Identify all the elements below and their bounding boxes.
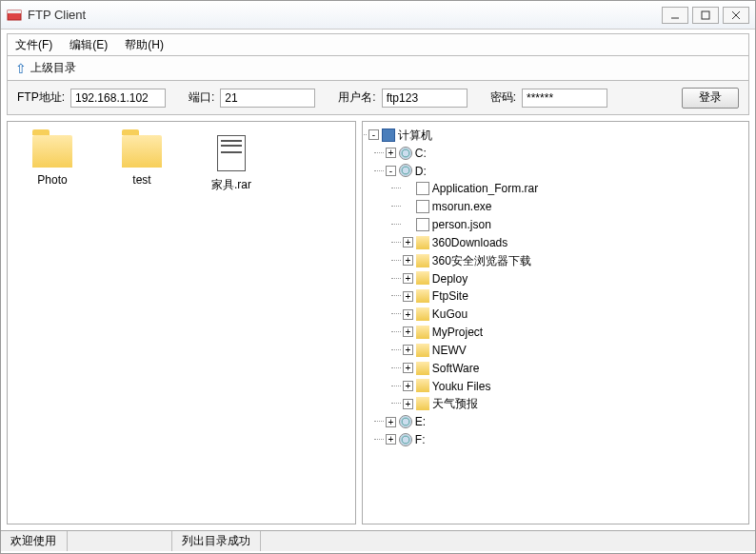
status-mid — [68, 531, 172, 551]
drive-icon — [399, 433, 412, 446]
tree-label[interactable]: C: — [415, 147, 427, 160]
pass-input[interactable] — [522, 89, 607, 108]
tree-label[interactable]: MyProject — [432, 326, 483, 339]
close-button[interactable] — [723, 7, 749, 24]
tree-label[interactable]: D: — [415, 164, 427, 177]
drive-icon — [399, 415, 412, 428]
menu-file[interactable]: 文件(F) — [15, 37, 52, 53]
local-file-item[interactable]: Photo — [25, 135, 80, 193]
folder-icon — [416, 307, 429, 321]
tree-label[interactable]: Deploy — [432, 271, 468, 285]
tree-expander[interactable]: + — [403, 255, 413, 266]
tree-label[interactable]: person.json — [432, 218, 491, 231]
svg-rect-3 — [702, 11, 709, 19]
tree-label[interactable]: Youku Files — [432, 379, 491, 392]
addr-input[interactable] — [70, 89, 166, 108]
addr-label: FTP地址: — [17, 89, 65, 106]
folder-icon — [32, 135, 72, 168]
file-icon — [416, 182, 429, 195]
status-left: 欢迎使用 — [1, 531, 68, 551]
folder-icon — [416, 254, 429, 267]
toolbar: ⇧ 上级目录 — [7, 56, 749, 81]
menu-edit[interactable]: 编辑(E) — [70, 37, 108, 53]
local-file-item[interactable]: test — [114, 135, 169, 193]
tree-label[interactable]: 计算机 — [398, 129, 432, 142]
archive-icon — [217, 135, 246, 171]
tree-expander[interactable]: + — [403, 309, 413, 320]
status-bar: 欢迎使用 列出目录成功 — [1, 530, 755, 551]
tree-label[interactable]: Application_Form.rar — [432, 182, 538, 195]
up-dir-button[interactable]: 上级目录 — [30, 60, 76, 76]
drive-icon — [399, 147, 412, 160]
app-icon — [7, 8, 22, 23]
tree-label[interactable]: KuGou — [432, 307, 468, 321]
tree-label[interactable]: 360Downloads — [432, 236, 507, 249]
tree-label[interactable]: FtpSite — [432, 289, 468, 303]
file-icon — [416, 218, 429, 231]
title-bar: FTP Client — [1, 1, 755, 30]
status-right: 列出目录成功 — [172, 531, 261, 551]
local-pane: Phototest家具.rar — [7, 121, 356, 524]
tree-label[interactable]: 360安全浏览器下载 — [432, 254, 531, 267]
tree-label[interactable]: F: — [415, 433, 426, 446]
tree-expander[interactable]: - — [386, 166, 396, 176]
folder-icon — [416, 344, 429, 357]
tree-expander[interactable]: + — [403, 381, 413, 391]
folder-icon — [416, 397, 429, 410]
tree-label[interactable]: NEWV — [432, 344, 467, 357]
up-arrow-icon[interactable]: ⇧ — [15, 61, 27, 76]
folder-icon — [416, 379, 429, 392]
file-label: Photo — [37, 173, 67, 187]
local-file-item[interactable]: 家具.rar — [204, 135, 259, 193]
maximize-button[interactable] — [692, 7, 719, 24]
tree-expander[interactable]: + — [386, 434, 396, 445]
tree-expander[interactable]: - — [368, 129, 379, 140]
remote-pane: -计算机+C:-D:Application_Form.rarmsorun.exe… — [362, 121, 749, 524]
computer-icon — [382, 129, 395, 142]
tree-expander[interactable]: + — [403, 326, 413, 337]
folder-icon — [416, 362, 429, 375]
tree-label[interactable]: 天气预报 — [432, 397, 478, 410]
tree-expander[interactable]: + — [403, 291, 413, 302]
folder-icon — [416, 326, 429, 339]
file-label: test — [132, 173, 150, 187]
folder-icon — [416, 271, 429, 285]
folder-icon — [122, 135, 162, 168]
folder-icon — [416, 236, 429, 249]
tree-expander[interactable]: + — [403, 345, 413, 355]
tree-expander[interactable]: + — [386, 148, 396, 158]
login-button[interactable]: 登录 — [682, 88, 739, 109]
port-input[interactable] — [220, 89, 315, 108]
tree-label[interactable]: SoftWare — [432, 362, 480, 375]
tree-expander[interactable]: + — [386, 417, 396, 427]
tree-label[interactable]: msorun.exe — [432, 200, 492, 213]
tree-expander[interactable]: + — [403, 237, 413, 247]
menu-help[interactable]: 帮助(H) — [125, 37, 164, 53]
file-label: 家具.rar — [211, 177, 251, 193]
menu-bar: 文件(F) 编辑(E) 帮助(H) — [7, 33, 749, 56]
connection-bar: FTP地址: 端口: 用户名: 密码: 登录 — [7, 81, 749, 115]
file-icon — [416, 200, 429, 213]
folder-icon — [416, 289, 429, 303]
window-title: FTP Client — [28, 8, 662, 22]
minimize-button[interactable] — [662, 7, 688, 24]
user-label: 用户名: — [338, 89, 375, 106]
svg-rect-1 — [8, 10, 21, 13]
tree-expander[interactable]: + — [403, 273, 413, 284]
port-label: 端口: — [189, 89, 214, 106]
tree-label[interactable]: E: — [415, 415, 426, 428]
tree-expander[interactable]: + — [403, 399, 413, 409]
user-input[interactable] — [382, 89, 468, 108]
pass-label: 密码: — [490, 89, 516, 106]
tree-expander[interactable]: + — [403, 363, 413, 373]
drive-icon — [399, 164, 412, 177]
